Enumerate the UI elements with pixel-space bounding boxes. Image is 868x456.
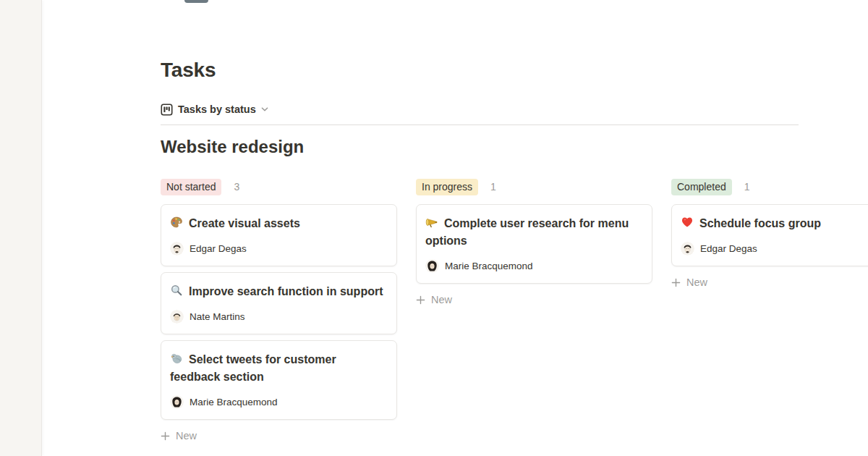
- left-sidebar: [0, 0, 42, 456]
- view-tab-tasks-by-status[interactable]: Tasks by status: [161, 101, 269, 118]
- board: Not started3Create visual assetsEdgar De…: [161, 178, 868, 444]
- page-title: Tasks: [161, 58, 216, 83]
- task-card[interactable]: Complete user research for menu optionsM…: [416, 204, 652, 284]
- view-tab-label: Tasks by status: [178, 104, 256, 115]
- board-column-in-progress: In progress1Complete user research for m…: [416, 178, 652, 308]
- cropped-page-icon: [184, 0, 208, 3]
- bird-icon: [170, 352, 183, 365]
- task-title-text: Select tweets for customer feedback sect…: [170, 353, 336, 383]
- new-task-label: New: [176, 430, 197, 442]
- plus-icon: [161, 431, 170, 441]
- assignee-name: Nate Martins: [190, 311, 245, 322]
- heart-icon: [681, 216, 694, 229]
- plus-icon: [671, 278, 681, 287]
- task-assignee: Marie Bracquemond: [425, 258, 643, 273]
- task-title-text: Schedule focus group: [699, 217, 821, 229]
- board-column-not-started: Not started3Create visual assetsEdgar De…: [161, 178, 397, 444]
- avatar-man-beard: [681, 242, 694, 256]
- new-task-label: New: [431, 294, 452, 305]
- toolbar-divider: [161, 124, 799, 125]
- new-task-button[interactable]: New: [671, 274, 868, 291]
- task-card[interactable]: Schedule focus groupEdgar Degas: [671, 204, 868, 266]
- task-card[interactable]: Improve search function in supportNate M…: [161, 272, 397, 334]
- avatar-woman-dark-hair: [425, 259, 439, 273]
- task-card-title: Select tweets for customer feedback sect…: [170, 351, 388, 386]
- column-header: Not started3: [161, 178, 397, 195]
- column-header: In progress1: [416, 178, 652, 195]
- new-task-button[interactable]: New: [161, 427, 397, 444]
- assignee-name: Marie Bracquemond: [445, 261, 533, 271]
- task-card-title: Improve search function in support: [170, 283, 388, 300]
- task-card[interactable]: Create visual assetsEdgar Degas: [161, 204, 397, 266]
- board-section-title: Website redesign: [161, 136, 304, 158]
- avatar-man-short-hair: [170, 310, 184, 324]
- task-assignee: Nate Martins: [170, 309, 388, 324]
- assignee-name: Marie Bracquemond: [190, 397, 278, 408]
- new-task-button[interactable]: New: [416, 291, 652, 308]
- assignee-name: Edgar Degas: [190, 243, 247, 254]
- status-badge-completed[interactable]: Completed: [671, 179, 732, 195]
- megaphone-icon: [425, 216, 438, 229]
- task-assignee: Edgar Degas: [170, 241, 388, 256]
- task-assignee: Edgar Degas: [681, 241, 868, 256]
- column-count: 1: [744, 181, 750, 193]
- palette-icon: [170, 216, 183, 229]
- task-card-title: Complete user research for menu options: [425, 215, 643, 250]
- status-badge-not-started[interactable]: Not started: [161, 179, 221, 195]
- board-view-icon: [161, 104, 173, 116]
- avatar-woman-dark-hair: [170, 395, 184, 409]
- column-count: 3: [234, 181, 239, 193]
- task-title-text: Complete user research for menu options: [425, 217, 629, 247]
- board-column-completed: Completed1Schedule focus groupEdgar Dega…: [671, 178, 868, 291]
- column-header: Completed1: [671, 178, 868, 195]
- assignee-name: Edgar Degas: [700, 243, 757, 254]
- column-count: 1: [490, 181, 496, 193]
- task-title-text: Create visual assets: [189, 217, 300, 229]
- task-card-title: Schedule focus group: [681, 215, 868, 232]
- plus-icon: [416, 295, 425, 305]
- chevron-down-icon[interactable]: [260, 105, 269, 114]
- magnifying-glass-icon: [170, 284, 183, 297]
- avatar-man-beard: [170, 242, 184, 256]
- task-title-text: Improve search function in support: [189, 285, 383, 297]
- new-task-label: New: [686, 276, 707, 288]
- task-card[interactable]: Select tweets for customer feedback sect…: [161, 340, 397, 420]
- task-assignee: Marie Bracquemond: [170, 394, 388, 409]
- status-badge-in-progress[interactable]: In progress: [416, 179, 478, 195]
- task-card-title: Create visual assets: [170, 215, 388, 232]
